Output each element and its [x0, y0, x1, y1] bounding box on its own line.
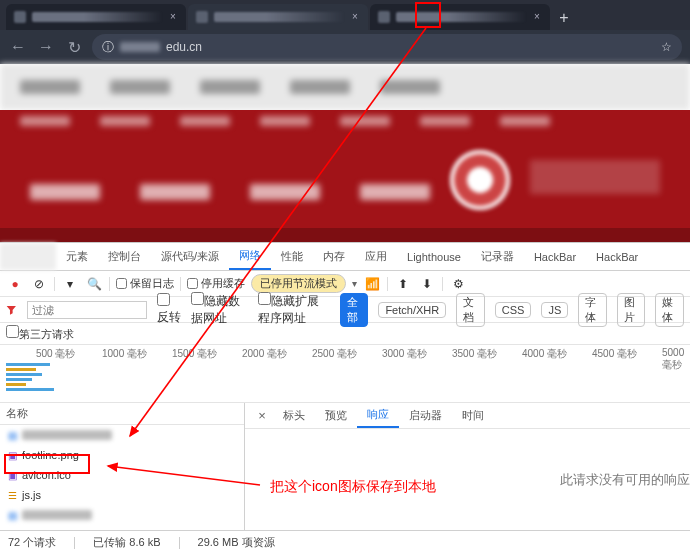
new-tab-button[interactable]: + [552, 6, 576, 30]
record-button[interactable]: ● [6, 275, 24, 293]
invert-checkbox[interactable]: 反转 [157, 293, 182, 326]
tab-strip: × × × + [0, 0, 690, 30]
type-pill-js[interactable]: JS [541, 302, 568, 318]
no-response-text: 此请求没有可用的响应 [560, 471, 690, 489]
close-icon[interactable]: × [350, 12, 360, 22]
hide-dataurl-checkbox[interactable]: 隐藏数据网址 [191, 292, 247, 327]
close-icon[interactable]: × [168, 12, 178, 22]
hide-exturl-checkbox[interactable]: 隐藏扩展程序网址 [258, 292, 330, 327]
funnel-icon[interactable] [6, 302, 17, 318]
url-input[interactable]: ⓘ edu.cn ☆ [92, 34, 682, 60]
chevron-down-icon[interactable]: ▾ [352, 278, 357, 289]
timeline-tick: 3500 毫秒 [452, 347, 497, 361]
preserve-log-checkbox[interactable]: 保留日志 [116, 276, 174, 291]
annotation-text: 把这个icon图标保存到本地 [270, 478, 436, 496]
forward-button[interactable]: → [36, 37, 56, 57]
site-hero [0, 110, 690, 228]
devtools-tab-sources[interactable]: 源代码/来源 [151, 243, 229, 270]
detail-tab-headers[interactable]: 标头 [273, 403, 315, 428]
request-row[interactable]: ☰js.js [0, 485, 244, 505]
wifi-icon[interactable]: 📶 [363, 275, 381, 293]
detail-tab-preview[interactable]: 预览 [315, 403, 357, 428]
site-calligraphy [530, 160, 660, 194]
document-icon: ▤ [6, 509, 18, 521]
name-column-header[interactable]: 名称 [0, 403, 244, 425]
detail-tabstrip: × 标头 预览 响应 启动器 时间 [245, 403, 690, 429]
status-transferred: 已传输 8.6 kB [93, 535, 160, 550]
type-pill-all[interactable]: 全部 [340, 293, 369, 327]
js-icon: ☰ [6, 489, 18, 501]
filter-input[interactable] [27, 301, 147, 319]
status-requests: 72 个请求 [8, 535, 56, 550]
request-row[interactable]: ▣avicon.ico [0, 465, 244, 485]
site-top-nav [0, 64, 690, 110]
browser-tab[interactable]: × [6, 4, 186, 30]
detail-tab-timing[interactable]: 时间 [452, 403, 494, 428]
devtools-tab-lighthouse[interactable]: Lighthouse [397, 243, 471, 270]
clear-button[interactable]: ⊘ [30, 275, 48, 293]
document-icon: ▤ [6, 429, 18, 441]
close-detail-button[interactable]: × [251, 403, 273, 428]
type-pill-xhr[interactable]: Fetch/XHR [378, 302, 446, 318]
timeline-tick: 2000 毫秒 [242, 347, 287, 361]
devtools-tab-console[interactable]: 控制台 [98, 243, 151, 270]
devtools-tabstrip: 元素 控制台 源代码/来源 网络 性能 内存 应用 Lighthouse 记录器… [0, 243, 690, 271]
timeline-tick: 3000 毫秒 [382, 347, 427, 361]
upload-icon[interactable]: ⬆ [394, 275, 412, 293]
type-pill-font[interactable]: 字体 [578, 293, 607, 327]
devtools-tab-performance[interactable]: 性能 [271, 243, 313, 270]
browser-tab[interactable]: × [370, 4, 550, 30]
devtools-panel: 元素 控制台 源代码/来源 网络 性能 内存 应用 Lighthouse 记录器… [0, 242, 690, 554]
devtools-tab-application[interactable]: 应用 [355, 243, 397, 270]
type-pill-doc[interactable]: 文档 [456, 293, 485, 327]
request-row[interactable]: ▣footline.png [0, 445, 244, 465]
request-row[interactable]: ▤ [0, 425, 244, 445]
detail-tab-initiator[interactable]: 启动器 [399, 403, 452, 428]
request-name: footline.png [22, 449, 79, 461]
network-filterbar: 反转 隐藏数据网址 隐藏扩展程序网址 全部 Fetch/XHR 文档 CSS J… [0, 297, 690, 323]
request-name: avicon.ico [22, 469, 71, 481]
devtools-tab-hackbar[interactable]: HackBar [524, 243, 586, 270]
page-viewport [0, 64, 690, 242]
filter-toggle[interactable]: ▾ [61, 275, 79, 293]
type-pill-media[interactable]: 媒体 [655, 293, 684, 327]
timeline-tick: 2500 毫秒 [312, 347, 357, 361]
gear-icon[interactable]: ⚙ [449, 275, 467, 293]
request-list: 名称 ▤ ▣footline.png ▣avicon.ico ☰js.js ▤ [0, 403, 245, 530]
disable-cache-checkbox[interactable]: 停用缓存 [187, 276, 245, 291]
detail-tab-response[interactable]: 响应 [357, 403, 399, 428]
search-icon[interactable]: 🔍 [85, 275, 103, 293]
devtools-tab-recorder[interactable]: 记录器 [471, 243, 524, 270]
request-name: js.js [22, 489, 41, 501]
url-domain: edu.cn [166, 40, 202, 54]
back-button[interactable]: ← [8, 37, 28, 57]
devtools-tab-network[interactable]: 网络 [229, 243, 271, 270]
devtools-tab-elements[interactable]: 元素 [56, 243, 98, 270]
browser-tab[interactable]: × [188, 4, 368, 30]
type-pill-img[interactable]: 图片 [617, 293, 646, 327]
timeline-bars [6, 363, 56, 398]
timeline-tick: 500 毫秒 [36, 347, 75, 361]
network-timeline[interactable]: 500 毫秒 1000 毫秒 1500 毫秒 2000 毫秒 2500 毫秒 3… [0, 345, 690, 403]
reload-button[interactable]: ↻ [64, 37, 84, 57]
request-detail: × 标头 预览 响应 启动器 时间 此请求没有可用的响应 [245, 403, 690, 530]
timeline-tick: 1500 毫秒 [172, 347, 217, 361]
timeline-tick: 4000 毫秒 [522, 347, 567, 361]
timeline-tick: 1000 毫秒 [102, 347, 147, 361]
timeline-tick: 4500 毫秒 [592, 347, 637, 361]
throttling-chip[interactable]: 已停用节流模式 [251, 274, 346, 293]
request-row[interactable]: ▤ [0, 505, 244, 525]
info-icon: ⓘ [102, 39, 114, 56]
bookmark-icon[interactable]: ☆ [661, 40, 672, 54]
site-logo [450, 150, 510, 210]
address-bar: ← → ↻ ⓘ edu.cn ☆ [0, 30, 690, 64]
devtools-tab-memory[interactable]: 内存 [313, 243, 355, 270]
status-resources: 29.6 MB 项资源 [198, 535, 275, 550]
devtools-tab-hackbar2[interactable]: HackBar [586, 243, 648, 270]
image-icon: ▣ [6, 449, 18, 461]
download-icon[interactable]: ⬇ [418, 275, 436, 293]
type-pill-css[interactable]: CSS [495, 302, 532, 318]
network-statusbar: 72 个请求 已传输 8.6 kB 29.6 MB 项资源 [0, 530, 690, 554]
third-party-checkbox[interactable]: 第三方请求 [6, 325, 74, 342]
close-icon[interactable]: × [532, 12, 542, 22]
